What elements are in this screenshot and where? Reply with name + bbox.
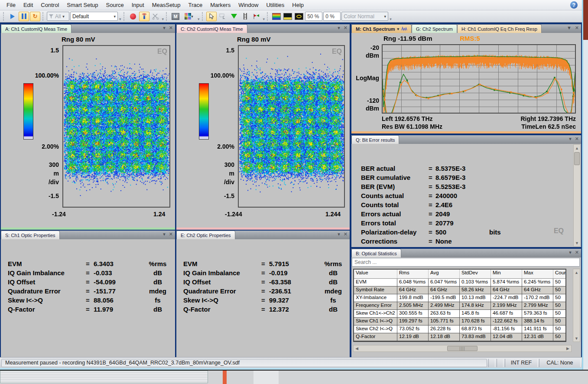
menu-help[interactable]: Help	[288, 0, 308, 10]
column-header[interactable]: Value	[354, 270, 397, 279]
panel-menu-icon[interactable]: ▾	[338, 231, 340, 237]
toolbar-drag-handle[interactable]	[166, 12, 168, 21]
menu-source[interactable]: Source	[102, 0, 128, 10]
toolbar-overflow-icon[interactable]: ▾	[119, 17, 121, 22]
stats-vertical-scrollbar[interactable]: ▲ ▼	[573, 269, 580, 342]
close-icon[interactable]: ✕	[169, 231, 173, 237]
transparency-field[interactable]: 50 %	[305, 12, 322, 21]
menu-control[interactable]: Control	[37, 0, 63, 10]
toolbar-drag-handle[interactable]	[267, 12, 269, 21]
menu-edit[interactable]: Edit	[19, 0, 37, 10]
table-row[interactable]: Skew Ch1<->Ch2300.555 fs263.63 fs145.8 f…	[354, 310, 565, 318]
tab-list-icon[interactable]: ▼	[567, 25, 572, 31]
statistics-search-input[interactable]	[352, 258, 580, 267]
record-button[interactable]	[128, 12, 138, 21]
play-button[interactable]	[7, 12, 18, 21]
tab-ch1-optic-properties[interactable]: S: Ch1 Optic Properties	[1, 231, 60, 239]
table-row[interactable]: Q-Factor12.19 dB12.18 dB73.83 mdB12.04 d…	[354, 333, 565, 341]
table-row[interactable]: EVM6.048 %rms6.047 %rms0.103 %rms5.874 %…	[354, 279, 565, 286]
close-icon[interactable]: ✕	[575, 250, 579, 255]
column-header[interactable]: Count	[553, 270, 565, 279]
column-header[interactable]: StdDev	[460, 270, 491, 279]
column-header[interactable]: Min	[491, 270, 522, 279]
stats-horizontal-scrollbar[interactable]: ◀ |||| ▶	[353, 345, 572, 352]
spectrum-display-button[interactable]	[283, 12, 293, 21]
measurement-selector-button[interactable]: M	[170, 12, 181, 21]
menu-window[interactable]: Window	[234, 0, 262, 10]
menu-markers[interactable]: Markers	[206, 0, 234, 10]
help-icon[interactable]: ?	[570, 1, 578, 9]
toolbar-drag-handle[interactable]	[42, 12, 45, 21]
column-header[interactable]: Rms	[397, 270, 429, 279]
preset-combo[interactable]: Default▾	[70, 12, 118, 21]
table-row[interactable]: Frequency Error2.505 MHz2.499 MHz174.8 k…	[354, 302, 565, 310]
tab-ch2-optic-properties[interactable]: E: Ch2 Optic Properties	[176, 231, 235, 239]
scroll-down-icon[interactable]: ▼	[574, 240, 580, 246]
close-icon[interactable]: ✕	[575, 25, 579, 31]
column-header[interactable]: Avg	[429, 270, 460, 279]
table-cell: 5.874 %rms	[491, 279, 522, 286]
flag-marker-button[interactable]	[251, 12, 262, 21]
panel-menu-icon[interactable]: ▾	[569, 250, 572, 255]
layout-grid-button[interactable]: ▾	[182, 12, 196, 21]
eq-indicator: EQ	[332, 48, 342, 55]
select-cursor-button[interactable]	[206, 12, 217, 21]
tab-ch2-customiq-meas-time[interactable]: C: Ch2 CustomIQ Meas Time	[176, 24, 247, 33]
table-row[interactable]: Skew Ch1 I<->Q199.297 fs105.771 fs170.62…	[354, 318, 565, 325]
toolbar-overflow-icon[interactable]: ▾	[390, 17, 392, 22]
trim-recording-button[interactable]	[150, 12, 161, 21]
taskbar-thumbnail[interactable]	[0, 371, 208, 383]
panel-menu-icon[interactable]: ▾	[569, 136, 572, 142]
tab-ch1-customiq-meas-time[interactable]: A: Ch1 CustomIQ Meas Time	[1, 24, 71, 33]
panel-menu-icon[interactable]: ▾	[163, 231, 166, 237]
toolbar-overflow-icon[interactable]: ▾	[263, 17, 265, 22]
scroll-left-icon[interactable]: ◀	[354, 345, 360, 351]
close-icon[interactable]: ✕	[344, 231, 348, 237]
trace-filter-combo[interactable]: All▾	[47, 12, 69, 21]
menu-meassetup[interactable]: MeasSetup	[148, 0, 185, 10]
menu-trace[interactable]: Trace	[184, 0, 206, 10]
close-icon[interactable]: ✕	[344, 25, 348, 31]
panel-menu-icon[interactable]: ▾	[163, 25, 166, 31]
offset-field[interactable]: 0 %	[323, 12, 341, 21]
toolbar-drag-handle[interactable]	[123, 12, 126, 21]
scroll-thumb[interactable]: ||||	[447, 346, 478, 351]
menu-utilities[interactable]: Utilities	[262, 0, 288, 10]
tab-optical-statistics[interactable]: B: Optical Statistics	[351, 249, 401, 257]
scroll-down-icon[interactable]: ▼	[573, 335, 580, 342]
recording-source-button[interactable]	[139, 12, 149, 21]
tab-ch1-eq-freq-resp[interactable]: H: Ch1 CustomIQ Eq Ch Freq Resp	[457, 24, 542, 33]
statistics-table[interactable]: ValueRmsAvgStdDevMinMaxCountEVM6.048 %rm…	[353, 269, 566, 342]
color-mode-combo[interactable]: Color Normal▾	[341, 12, 388, 21]
tab-ch2-spectrum[interactable]: G: Ch2 Spectrum	[412, 24, 457, 33]
menu-smart-setup[interactable]: Smart Setup	[63, 0, 102, 10]
marker-button[interactable]	[229, 12, 239, 21]
panel-menu-icon[interactable]: ▾	[338, 25, 340, 31]
toolbar-overflow-icon[interactable]: ▾	[162, 17, 164, 22]
scroll-right-icon[interactable]: ▶	[565, 345, 571, 351]
toolbar-drag-handle[interactable]	[3, 12, 5, 21]
tab-ch1-spectrum[interactable]: M: Ch1 Spectrum▾	[351, 24, 412, 33]
band-marker-button[interactable]	[240, 12, 250, 21]
table-row[interactable]: Skew Ch2 I<->Q73.052 fs26.228 fs68.873 f…	[354, 325, 565, 333]
toolbar-drag-handle[interactable]	[202, 12, 204, 21]
close-icon[interactable]: ✕	[575, 136, 579, 142]
close-icon[interactable]: ✕	[169, 25, 173, 31]
menu-file[interactable]: File	[3, 0, 19, 10]
table-row[interactable]: XY-Imbalance199.8 mdB-199.5 mdB10.13 mdB…	[354, 294, 565, 302]
toolbar-overflow-icon[interactable]: ▾	[198, 17, 200, 22]
equals-sign: =	[429, 238, 435, 245]
menu-input[interactable]: Input	[128, 0, 148, 10]
zoom-select-button[interactable]	[218, 12, 228, 21]
column-header[interactable]: Max	[522, 270, 553, 279]
scroll-up-icon[interactable]: ▲	[574, 145, 580, 151]
tab-bit-error-results[interactable]: Q: Bit Error results	[351, 135, 399, 144]
spectrogram-display-button[interactable]	[271, 12, 282, 21]
table-row[interactable]: Symbol Rate64 GHz64 GHz58.26 kHz64 GHz64…	[354, 286, 565, 294]
constellation-display-button[interactable]	[294, 12, 304, 21]
pause-button[interactable]	[19, 12, 29, 21]
scroll-thumb[interactable]	[574, 152, 580, 165]
bit-error-scrollbar[interactable]: ▲ ▼	[573, 144, 581, 247]
scroll-up-icon[interactable]: ▲	[573, 269, 580, 276]
restart-button[interactable]: ↻	[30, 12, 40, 21]
